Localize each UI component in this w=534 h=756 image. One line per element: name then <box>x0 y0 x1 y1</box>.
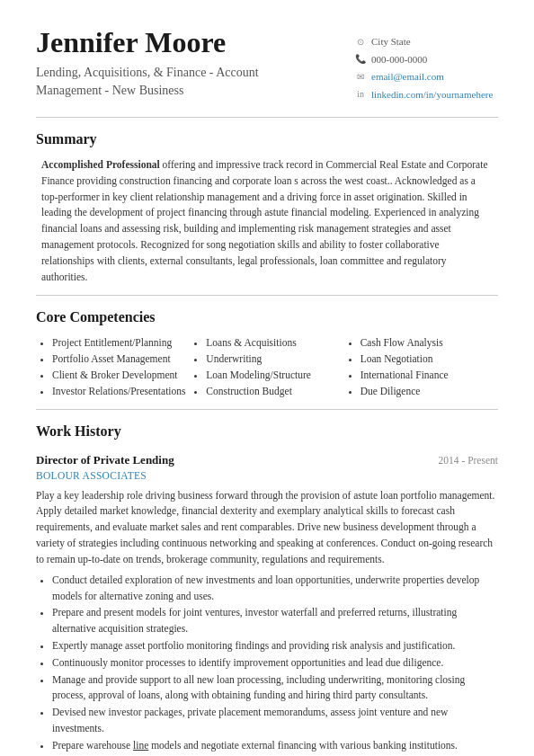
job-bullets-1: Conduct detailed exploration of new inve… <box>36 573 498 756</box>
linkedin-link[interactable]: linkedin.com/in/yournamehere <box>371 87 493 102</box>
bullet-item: Continuously monitor processes to identi… <box>52 655 498 672</box>
job-title-1: Director of Private Lending <box>36 451 174 469</box>
candidate-name: Jennifer Moore <box>36 27 324 58</box>
job-header-1: Director of Private Lending 2014 - Prese… <box>36 451 498 469</box>
competency-item: Client & Broker Development <box>52 368 190 382</box>
contact-linkedin: in linkedin.com/in/yournamehere <box>354 87 498 102</box>
work-history-divider <box>36 409 498 410</box>
summary-bold-intro: Accomplished Professional <box>41 159 160 170</box>
competency-item: Underwriting <box>206 351 343 366</box>
linkedin-icon: in <box>354 88 367 101</box>
summary-divider <box>36 117 498 118</box>
competencies-grid: Project Entitlement/Planning Portfolio A… <box>36 335 498 400</box>
competency-item: Due Diligence <box>360 384 498 398</box>
bullet-item: Devised new investor packages, private p… <box>52 705 498 737</box>
competency-item: Construction Budget <box>206 384 343 398</box>
contact-phone: 📞 000-000-0000 <box>354 52 498 67</box>
job-dates-1: 2014 - Present <box>439 453 498 468</box>
competency-item: International Finance <box>360 368 498 382</box>
competency-item: Project Entitlement/Planning <box>52 335 190 350</box>
bullet-item: Prepare warehouse line models and negoti… <box>52 738 498 754</box>
bullet-item: Conduct detailed exploration of new inve… <box>52 573 498 605</box>
candidate-title: Lending, Acquisitions, & Finance - Accou… <box>36 64 324 99</box>
header-left: Jennifer Moore Lending, Acquisitions, & … <box>36 27 324 99</box>
bullet-item: Expertly manage asset portfolio monitori… <box>52 638 498 654</box>
competencies-col-1: Project Entitlement/Planning Portfolio A… <box>36 335 190 400</box>
location-icon: ⊙ <box>354 35 367 48</box>
competencies-col-2: Loans & Acquisitions Underwriting Loan M… <box>190 335 343 400</box>
competencies-heading: Core Competencies <box>36 307 498 328</box>
competency-item: Loan Modeling/Structure <box>206 368 343 382</box>
resume-page: Jennifer Moore Lending, Acquisitions, & … <box>0 0 534 756</box>
competency-item: Portfolio Asset Management <box>52 351 190 366</box>
work-history-heading: Work History <box>36 421 498 442</box>
phone-icon: 📞 <box>354 53 367 66</box>
competency-item: Investor Relations/Presentations <box>52 384 190 398</box>
competencies-divider <box>36 295 498 296</box>
contact-info: ⊙ City State 📞 000-000-0000 ✉ email@emai… <box>354 34 498 104</box>
summary-text: offering and impressive track record in … <box>41 159 488 282</box>
underline-word: line <box>133 740 148 751</box>
header: Jennifer Moore Lending, Acquisitions, & … <box>36 27 498 104</box>
competency-item: Cash Flow Analysis <box>360 335 498 350</box>
email-icon: ✉ <box>354 70 367 83</box>
bullet-item: Prepare and present models for joint ven… <box>52 605 498 637</box>
contact-location: ⊙ City State <box>354 34 498 49</box>
competencies-col-3: Cash Flow Analysis Loan Negotiation Inte… <box>344 335 498 400</box>
email-link[interactable]: email@email.com <box>371 69 444 84</box>
competency-item: Loans & Acquisitions <box>206 335 343 350</box>
summary-heading: Summary <box>36 129 498 150</box>
contact-email: ✉ email@email.com <box>354 69 498 84</box>
job-description-1: Play a key leadership role driving busin… <box>36 488 498 568</box>
summary-body: Accomplished Professional offering and i… <box>36 157 498 286</box>
company-name-1: BOLOUR ASSOCIATES <box>36 468 498 484</box>
bullet-item: Manage and provide support to all new lo… <box>52 672 498 705</box>
competency-item: Loan Negotiation <box>360 351 498 366</box>
